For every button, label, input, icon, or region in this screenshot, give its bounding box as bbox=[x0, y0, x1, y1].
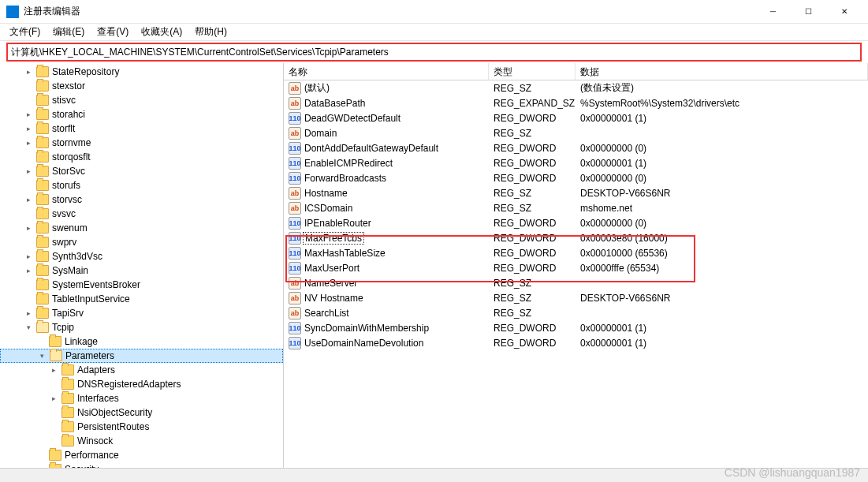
value-type-icon: ab bbox=[289, 127, 301, 140]
tree-item[interactable]: TabletInputService bbox=[0, 292, 283, 306]
tree-item[interactable]: ▾Tcpip bbox=[0, 320, 283, 334]
chevron-icon[interactable]: ▸ bbox=[24, 308, 33, 318]
list-row[interactable]: 110ForwardBroadcastsREG_DWORD0x00000000 … bbox=[284, 170, 868, 185]
list-row[interactable]: 110MaxHashTableSizeREG_DWORD0x00010000 (… bbox=[284, 245, 868, 260]
chevron-icon[interactable]: ▸ bbox=[49, 365, 58, 375]
tree-item[interactable]: Security bbox=[0, 462, 283, 468]
chevron-icon[interactable]: ▸ bbox=[24, 166, 33, 176]
chevron-icon[interactable] bbox=[36, 465, 46, 468]
menu-file[interactable]: 文件(F) bbox=[3, 24, 47, 40]
tree-item[interactable]: ▸storflt bbox=[0, 121, 283, 136]
menu-view[interactable]: 查看(V) bbox=[91, 24, 135, 40]
chevron-icon[interactable] bbox=[49, 379, 58, 389]
tree-item-label: SysMain bbox=[52, 265, 88, 276]
tree-item[interactable]: ▸storvsc bbox=[0, 192, 283, 207]
chevron-icon[interactable] bbox=[24, 209, 33, 219]
list-row[interactable]: 110UseDomainNameDevolutionREG_DWORD0x000… bbox=[284, 335, 868, 350]
tree-item[interactable]: ▸Synth3dVsc bbox=[0, 249, 283, 263]
tree-item[interactable]: NsiObjectSecurity bbox=[0, 405, 283, 420]
tree-item[interactable]: ▸stornvme bbox=[0, 136, 283, 150]
maximize-button[interactable]: ☐ bbox=[791, 1, 826, 23]
list-row[interactable]: 110DontAddDefaultGatewayDefaultREG_DWORD… bbox=[284, 140, 868, 155]
value-type-icon: 110 bbox=[289, 262, 301, 275]
chevron-icon[interactable] bbox=[49, 408, 58, 417]
chevron-icon[interactable]: ▸ bbox=[24, 67, 33, 77]
menu-edit[interactable]: 编辑(E) bbox=[47, 24, 91, 40]
list-row[interactable]: 110EnableICMPRedirectREG_DWORD0x00000001… bbox=[284, 155, 868, 170]
tree-item[interactable]: ▾Parameters bbox=[0, 349, 283, 363]
list-panel[interactable]: 名称 类型 数据 ab(默认)REG_SZ(数值未设置)abDataBasePa… bbox=[284, 63, 868, 468]
list-row[interactable]: 110SyncDomainWithMembershipREG_DWORD0x00… bbox=[284, 320, 868, 335]
close-button[interactable]: ✕ bbox=[826, 1, 862, 23]
value-type: REG_DWORD bbox=[489, 322, 576, 334]
tree-item[interactable]: stisvc bbox=[0, 93, 283, 107]
chevron-icon[interactable]: ▸ bbox=[24, 266, 33, 275]
chevron-icon[interactable]: ▸ bbox=[49, 394, 58, 403]
chevron-icon[interactable] bbox=[49, 422, 58, 432]
chevron-icon[interactable] bbox=[36, 337, 46, 346]
chevron-icon[interactable] bbox=[49, 436, 58, 446]
tree-item[interactable]: PersistentRoutes bbox=[0, 420, 283, 434]
value-type: REG_SZ bbox=[489, 307, 576, 319]
tree-item[interactable]: ▸storahci bbox=[0, 107, 283, 121]
minimize-button[interactable]: ─ bbox=[755, 1, 791, 23]
menu-favorites[interactable]: 收藏夹(A) bbox=[135, 24, 188, 40]
address-bar[interactable]: 计算机\HKEY_LOCAL_MACHINE\SYSTEM\CurrentCon… bbox=[6, 43, 862, 62]
list-row[interactable]: abNV HostnameREG_SZDESKTOP-V66S6NR bbox=[284, 290, 868, 305]
chevron-icon[interactable]: ▸ bbox=[24, 223, 33, 233]
chevron-icon[interactable]: ▸ bbox=[24, 124, 33, 133]
list-row[interactable]: 110IPEnableRouterREG_DWORD0x00000000 (0) bbox=[284, 215, 868, 230]
tree-item[interactable]: storqosflt bbox=[0, 150, 283, 164]
list-row[interactable]: ab(默认)REG_SZ(数值未设置) bbox=[284, 80, 868, 95]
tree-item[interactable]: ▸Interfaces bbox=[0, 391, 283, 405]
list-row[interactable]: abHostnameREG_SZDESKTOP-V66S6NR bbox=[284, 185, 868, 200]
tree-item[interactable]: ▸swenum bbox=[0, 221, 283, 235]
tree-item[interactable]: SystemEventsBroker bbox=[0, 278, 283, 292]
tree-item[interactable]: ▸TapiSrv bbox=[0, 306, 283, 320]
chevron-icon[interactable]: ▾ bbox=[24, 323, 33, 332]
tree-item[interactable]: stexstor bbox=[0, 79, 283, 93]
tree-item[interactable]: ▸StateRepository bbox=[0, 65, 283, 79]
tree-item[interactable]: Linkage bbox=[0, 334, 283, 349]
chevron-icon[interactable] bbox=[24, 181, 33, 190]
list-row[interactable]: 110DeadGWDetectDefaultREG_DWORD0x0000000… bbox=[284, 110, 868, 125]
menu-help[interactable]: 帮助(H) bbox=[188, 24, 233, 40]
list-row[interactable]: abSearchListREG_SZ bbox=[284, 305, 868, 320]
tree-item[interactable]: storufs bbox=[0, 178, 283, 192]
chevron-icon[interactable]: ▸ bbox=[24, 110, 33, 119]
col-header-name[interactable]: 名称 bbox=[284, 63, 489, 80]
chevron-icon[interactable] bbox=[24, 81, 33, 91]
chevron-icon[interactable] bbox=[36, 450, 46, 460]
chevron-icon[interactable]: ▸ bbox=[24, 138, 33, 148]
tree-item[interactable]: swprv bbox=[0, 235, 283, 249]
list-row[interactable]: abDomainREG_SZ bbox=[284, 125, 868, 140]
list-row[interactable]: abICSDomainREG_SZmshome.net bbox=[284, 200, 868, 215]
tree-item[interactable]: Winsock bbox=[0, 434, 283, 448]
tree-item[interactable]: ▸StorSvc bbox=[0, 164, 283, 178]
tree-item-label: stornvme bbox=[52, 137, 91, 148]
tree-item[interactable]: ▸SysMain bbox=[0, 263, 283, 278]
folder-icon bbox=[36, 308, 49, 319]
list-header: 名称 类型 数据 bbox=[284, 63, 868, 80]
tree-panel[interactable]: ▸StateRepositorystexstorstisvc▸storahci▸… bbox=[0, 63, 284, 468]
chevron-icon[interactable] bbox=[24, 152, 33, 162]
tree-item-label: Parameters bbox=[65, 350, 114, 361]
list-row[interactable]: abDataBasePathREG_EXPAND_SZ%SystemRoot%\… bbox=[284, 95, 868, 110]
tree-item[interactable]: DNSRegisteredAdapters bbox=[0, 377, 283, 391]
value-type-icon: ab bbox=[289, 82, 301, 95]
chevron-icon[interactable]: ▾ bbox=[37, 351, 47, 361]
col-header-type[interactable]: 类型 bbox=[489, 63, 576, 80]
chevron-icon[interactable]: ▸ bbox=[24, 252, 33, 261]
list-row[interactable]: abNameServerREG_SZ bbox=[284, 275, 868, 290]
tree-item[interactable]: Performance bbox=[0, 448, 283, 462]
tree-item[interactable]: ▸Adapters bbox=[0, 363, 283, 377]
chevron-icon[interactable]: ▸ bbox=[24, 195, 33, 204]
chevron-icon[interactable] bbox=[24, 95, 33, 105]
chevron-icon[interactable] bbox=[24, 237, 33, 247]
list-row[interactable]: 110MaxUserPortREG_DWORD0x0000fffe (65534… bbox=[284, 260, 868, 275]
chevron-icon[interactable] bbox=[24, 294, 33, 304]
list-row[interactable]: 110MaxFreeTcbsREG_DWORD0x00003e80 (16000… bbox=[284, 230, 868, 245]
chevron-icon[interactable] bbox=[24, 280, 33, 290]
col-header-data[interactable]: 数据 bbox=[576, 63, 868, 80]
tree-item[interactable]: svsvc bbox=[0, 207, 283, 221]
